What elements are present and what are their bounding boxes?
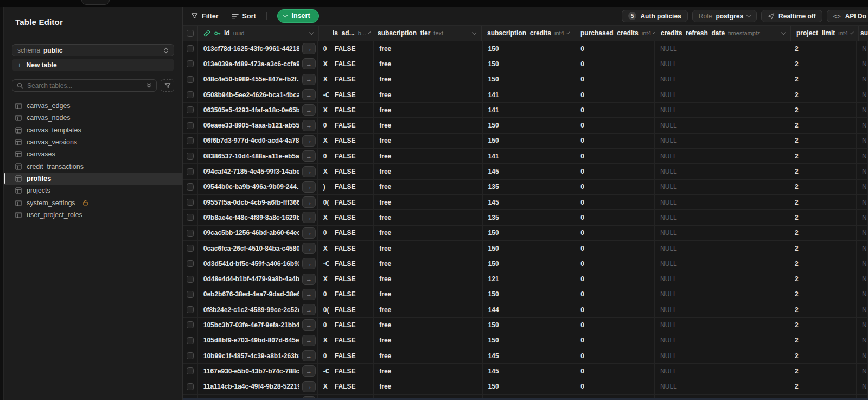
cell-project-limit[interactable]: 2 (789, 210, 857, 225)
cell-is-admin[interactable]: FALSE (329, 287, 374, 302)
cell-purchased-credits[interactable]: 0 (575, 318, 655, 332)
cell-subscription-tier[interactable]: free (374, 118, 482, 132)
cell-clipped-right[interactable]: NULL (857, 103, 868, 117)
cell-is-admin[interactable]: FALSE (329, 226, 374, 240)
cell-project-limit[interactable]: 2 (789, 287, 857, 302)
cell-clipped[interactable]: X (318, 56, 329, 71)
row-checkbox[interactable] (187, 337, 194, 344)
expand-row-button[interactable]: → (302, 104, 316, 116)
cell-clipped[interactable]: 0 (318, 149, 329, 163)
cell-is-admin[interactable]: FALSE (329, 180, 374, 194)
cell-credits-refresh-date[interactable]: NULL (655, 256, 789, 271)
cell-credits-refresh-date[interactable]: NULL (655, 348, 789, 363)
expand-row-button[interactable]: → (302, 43, 316, 54)
row-checkbox[interactable] (187, 91, 194, 98)
cell-clipped-right[interactable]: NULL (857, 56, 868, 71)
sidebar-item-system_settings[interactable]: system_settings (4, 196, 182, 208)
cell-subscription-tier[interactable]: free (374, 287, 482, 302)
cell-id[interactable]: 105d8bf9-e703-49bd-807d-645e... → (198, 333, 318, 348)
realtime-toggle-button[interactable]: Realtime off (761, 10, 822, 22)
table-row[interactable]: 094caf42-7185-4e45-99f3-14abee... → X FA… (183, 164, 868, 179)
cell-credits-refresh-date[interactable]: NULL (655, 72, 789, 87)
cell-clipped-right[interactable]: NULL (857, 87, 868, 102)
table-row[interactable]: 09544b0c-ba9b-496a-9b09-244... → ) FALSE… (183, 180, 868, 195)
table-row[interactable]: 11a114cb-1a4c-49f4-9b28-52219ec... → X F… (183, 379, 868, 395)
cell-clipped[interactable]: ) (318, 180, 329, 194)
table-row[interactable]: 06eaee33-8905-4aaa-b121-ab552... → 0 FAL… (183, 118, 868, 133)
cell-purchased-credits[interactable]: 0 (575, 56, 655, 71)
cell-id[interactable]: 0eb2b676-38ed-4ea7-9dad-38e6... → (198, 287, 318, 302)
row-checkbox[interactable] (187, 168, 194, 175)
cell-purchased-credits[interactable]: 0 (575, 226, 655, 240)
sidebar-item-canvas_edges[interactable]: canvas_edges (4, 100, 182, 112)
column-header-clipped-right[interactable]: su (859, 26, 868, 41)
cell-subscription-tier[interactable]: free (374, 210, 482, 225)
column-header-purchased-credits[interactable]: purchased_credits int4 (575, 26, 655, 41)
cell-id[interactable]: 063505e5-4293-4faf-a18c-0e65b... → (198, 103, 318, 117)
cell-subscription-credits[interactable]: 150 (483, 379, 576, 394)
cell-clipped[interactable]: X (318, 241, 329, 256)
cell-purchased-credits[interactable]: 0 (575, 41, 655, 56)
row-checkbox[interactable] (187, 352, 194, 359)
api-docs-button[interactable]: <> API Do (827, 10, 868, 22)
row-checkbox[interactable] (187, 291, 194, 298)
role-select-button[interactable]: Role postgres (692, 10, 757, 22)
cell-subscription-tier[interactable]: free (374, 56, 482, 71)
expand-row-button[interactable]: → (302, 258, 316, 269)
cell-clipped[interactable]: -C (318, 256, 329, 271)
cell-subscription-tier[interactable]: free (374, 164, 482, 179)
table-row[interactable]: 08386537-10d4-488a-a11e-eb5a6... → 0 FAL… (183, 149, 868, 164)
cell-subscription-credits[interactable]: 150 (483, 287, 576, 302)
cell-project-limit[interactable]: 2 (789, 318, 857, 332)
cell-credits-refresh-date[interactable]: NULL (655, 56, 789, 71)
row-checkbox[interactable] (187, 153, 194, 160)
cell-clipped[interactable]: 0 (318, 318, 329, 332)
cell-clipped[interactable]: -C (318, 87, 329, 102)
cell-clipped-right[interactable]: NULL (857, 241, 868, 256)
cell-id[interactable]: 0508b94b-5ee2-4626-bca1-4bca... → (198, 87, 318, 102)
cell-subscription-credits[interactable]: 145 (483, 348, 576, 363)
cell-is-admin[interactable]: FALSE (329, 333, 374, 348)
cell-clipped-right[interactable]: NULL (857, 41, 868, 56)
cell-subscription-tier[interactable]: free (374, 41, 482, 56)
cell-credits-refresh-date[interactable]: NULL (655, 164, 789, 179)
cell-clipped[interactable]: 0 (318, 287, 329, 302)
sidebar-item-canvas_templates[interactable]: canvas_templates (4, 124, 182, 136)
cell-id[interactable]: 013e039a-fd89-473a-a3c6-ccfa9... → (198, 56, 318, 71)
expand-row-button[interactable]: → (302, 243, 316, 254)
cell-subscription-credits[interactable]: 135 (483, 180, 576, 194)
chevron-down-icon[interactable] (309, 30, 314, 34)
cell-project-limit[interactable]: 2 (789, 41, 857, 56)
column-header-project-limit[interactable]: project_limit int4 (791, 26, 859, 41)
expand-row-button[interactable]: → (302, 289, 316, 300)
row-checkbox[interactable] (187, 183, 194, 191)
schema-select[interactable]: schema public (12, 44, 174, 56)
cell-purchased-credits[interactable]: 0 (575, 256, 655, 271)
cell-is-admin[interactable]: FALSE (329, 348, 374, 363)
cell-purchased-credits[interactable]: 0 (575, 87, 655, 102)
cell-purchased-credits[interactable]: 0 (575, 302, 655, 317)
cell-subscription-credits[interactable]: 141 (483, 149, 576, 163)
expand-row-button[interactable]: → (302, 196, 316, 208)
cell-subscription-tier[interactable]: free (374, 149, 482, 163)
new-table-button[interactable]: + New table (12, 59, 174, 71)
cell-subscription-tier[interactable]: free (374, 134, 482, 148)
table-row[interactable]: 0d48e4d4-b1bf-4479-9a8b-4a4b... → X FALS… (183, 271, 868, 287)
cell-clipped[interactable]: 0( (318, 195, 329, 209)
cell-purchased-credits[interactable]: 0 (575, 210, 655, 225)
cell-credits-refresh-date[interactable]: NULL (655, 41, 789, 56)
table-row[interactable]: 0d3d541d-bf5c-459f-a406-16b93... → -C FA… (183, 256, 868, 271)
cell-project-limit[interactable]: 2 (789, 271, 857, 286)
cell-purchased-credits[interactable]: 0 (575, 333, 655, 348)
column-header-is-admin[interactable]: is_ad... b... (327, 26, 372, 41)
expand-row-button[interactable]: → (302, 381, 316, 392)
cell-clipped-right[interactable]: NULL (857, 256, 868, 271)
expand-row-button[interactable]: → (302, 120, 316, 131)
cell-id[interactable]: 0d3d541d-bf5c-459f-a406-16b93... → (198, 256, 318, 271)
cell-clipped-right[interactable]: NULL (857, 134, 868, 148)
cell-subscription-tier[interactable]: free (374, 195, 482, 209)
row-checkbox[interactable] (187, 122, 194, 129)
chevron-down-icon[interactable] (566, 30, 570, 34)
cell-clipped[interactable]: X (318, 210, 329, 225)
cell-purchased-credits[interactable]: 0 (575, 72, 655, 87)
